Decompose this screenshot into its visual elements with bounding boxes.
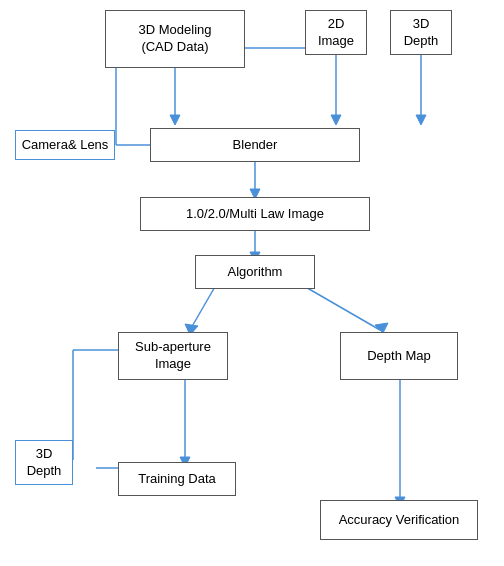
image2d-box: 2D Image (305, 10, 367, 55)
subaperture-label: Sub-aperture Image (135, 339, 211, 373)
depth3d-top-box: 3D Depth (390, 10, 452, 55)
blender-box: Blender (150, 128, 360, 162)
depthmap-label: Depth Map (367, 348, 431, 365)
accuracy-label: Accuracy Verification (339, 512, 460, 529)
image2d-label: 2D Image (318, 16, 354, 50)
diagram: 3D Modeling (CAD Data) 2D Image 3D Depth… (0, 0, 504, 566)
depth3d-bot-label: 3D Depth (27, 446, 62, 480)
blender-label: Blender (233, 137, 278, 154)
modeling-label: 3D Modeling (CAD Data) (139, 22, 212, 56)
subaperture-box: Sub-aperture Image (118, 332, 228, 380)
training-label: Training Data (138, 471, 216, 488)
algorithm-box: Algorithm (195, 255, 315, 289)
multilaw-label: 1.0/2.0/Multi Law Image (186, 206, 324, 223)
accuracy-box: Accuracy Verification (320, 500, 478, 540)
multilaw-box: 1.0/2.0/Multi Law Image (140, 197, 370, 231)
modeling-box: 3D Modeling (CAD Data) (105, 10, 245, 68)
camera-box: Camera& Lens (15, 130, 115, 160)
svg-marker-1 (170, 115, 180, 125)
svg-marker-5 (416, 115, 426, 125)
depthmap-box: Depth Map (340, 332, 458, 380)
camera-label: Camera& Lens (22, 137, 109, 154)
algorithm-label: Algorithm (228, 264, 283, 281)
svg-marker-3 (331, 115, 341, 125)
depth3d-bot-box: 3D Depth (15, 440, 73, 485)
training-box: Training Data (118, 462, 236, 496)
depth3d-top-label: 3D Depth (404, 16, 439, 50)
